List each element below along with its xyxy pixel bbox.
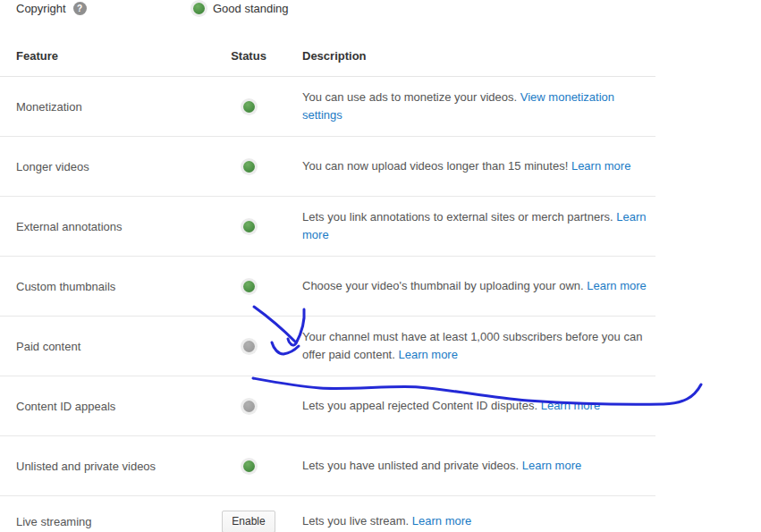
description-link[interactable]: Learn more <box>398 348 457 361</box>
feature-name: Live streaming <box>0 515 222 528</box>
feature-status <box>222 101 275 113</box>
status-enabled-dot <box>243 221 255 232</box>
copyright-section: Copyright ? <box>16 2 87 15</box>
feature-description: Your channel must have at least 1,000 su… <box>275 328 655 364</box>
status-enabled-dot <box>243 101 255 113</box>
feature-row: Custom thumbnails Choose your video's th… <box>0 257 655 317</box>
feature-description: Choose your video's thumbnail by uploadi… <box>275 277 655 295</box>
status-disabled-dot <box>243 341 255 352</box>
description-link[interactable]: Learn more <box>587 279 646 292</box>
feature-name: Content ID appeals <box>0 400 222 413</box>
description-link[interactable]: Learn more <box>571 159 630 173</box>
feature-status <box>222 281 275 292</box>
column-header-feature: Feature <box>0 49 222 63</box>
status-enabled-dot <box>243 281 255 292</box>
feature-row: Content ID appeals Lets you appeal rejec… <box>0 376 655 436</box>
feature-row: Live streaming Enable Lets you live stre… <box>0 496 655 532</box>
feature-status <box>222 401 275 412</box>
feature-name: Custom thumbnails <box>0 280 222 293</box>
feature-description: Lets you link annotations to external si… <box>275 208 655 244</box>
feature-name: Paid content <box>0 340 222 353</box>
page-topbar: Copyright ? Good standing <box>0 0 761 21</box>
feature-description: Lets you live stream. Learn more <box>275 512 655 530</box>
column-header-description: Description <box>275 47 655 65</box>
description-link[interactable]: Learn more <box>302 210 646 241</box>
feature-status <box>222 221 275 232</box>
status-enabled-dot <box>243 460 255 472</box>
column-header-status: Status <box>222 49 275 63</box>
copyright-label: Copyright <box>16 2 66 15</box>
good-standing-dot <box>193 3 205 14</box>
feature-description: You can use ads to monetize your videos.… <box>275 89 655 124</box>
feature-name: Monetization <box>0 100 222 114</box>
feature-name: Longer videos <box>0 160 222 173</box>
status-enabled-dot <box>243 161 255 173</box>
standing-section: Good standing <box>193 2 289 15</box>
enable-button[interactable]: Enable <box>222 511 275 532</box>
feature-status <box>222 161 275 173</box>
status-disabled-dot <box>243 401 255 412</box>
feature-table: Feature Status Description Monetization … <box>0 36 655 532</box>
feature-row: External annotations Lets you link annot… <box>0 197 655 257</box>
feature-description: You can now upload videos longer than 15… <box>275 157 655 175</box>
feature-description: Lets you appeal rejected Content ID disp… <box>275 397 655 415</box>
description-link[interactable]: Learn more <box>522 459 581 472</box>
feature-status: Enable <box>222 511 275 532</box>
description-link[interactable]: Learn more <box>541 399 600 412</box>
help-icon[interactable]: ? <box>73 2 87 15</box>
table-header-row: Feature Status Description <box>0 36 655 77</box>
feature-row: Unlisted and private videos Lets you hav… <box>0 436 655 496</box>
description-link[interactable]: View monetization settings <box>302 90 614 122</box>
feature-name: External annotations <box>0 220 222 233</box>
feature-status <box>222 341 275 352</box>
feature-status <box>222 460 275 472</box>
feature-row: Monetization You can use ads to monetize… <box>0 77 655 137</box>
good-standing-label: Good standing <box>213 2 289 15</box>
feature-description: Lets you have unlisted and private video… <box>275 457 655 475</box>
feature-table-body: Monetization You can use ads to monetize… <box>0 77 655 532</box>
description-link[interactable]: Learn more <box>412 514 471 528</box>
feature-row: Paid content Your channel must have at l… <box>0 317 655 376</box>
feature-name: Unlisted and private videos <box>0 460 222 473</box>
feature-row: Longer videos You can now upload videos … <box>0 137 655 197</box>
